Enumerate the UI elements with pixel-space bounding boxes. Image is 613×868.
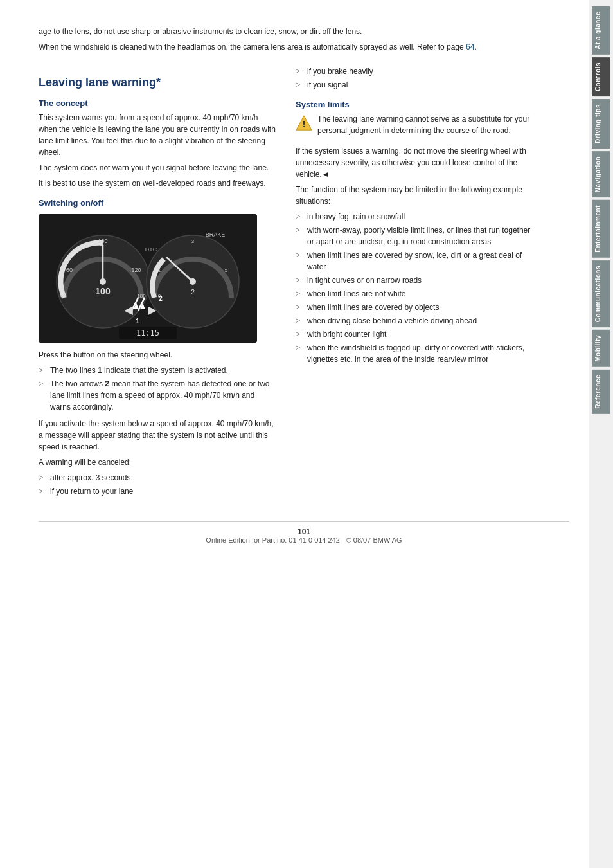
- cancel-intro: A warning will be canceled:: [39, 457, 276, 468]
- limit-bullet-objects: when limit lines are covered by objects: [296, 302, 533, 313]
- concept-p3: It is best to use the system on well-dev…: [39, 177, 276, 189]
- sidebar-tab-communications[interactable]: Communications: [592, 260, 610, 327]
- bold-1: 1: [98, 366, 102, 375]
- svg-point-3: [100, 278, 106, 285]
- limit-bullet-fog: in heavy fog, rain or snowfall: [296, 211, 533, 222]
- function-limited-intro: The function of the system may be limite…: [296, 184, 533, 207]
- limit-bullet-curves: in tight curves or on narrow roads: [296, 275, 533, 286]
- gauge-svg: 60 100 120 180 40 100: [39, 214, 257, 343]
- svg-text:◀: ◀: [124, 303, 133, 316]
- svg-text:1: 1: [136, 318, 139, 325]
- warning-triangle-icon: !: [296, 114, 312, 131]
- bullet-lines-1: The two lines 1 indicate that the system…: [39, 365, 276, 376]
- sidebar-tab-driving-tips[interactable]: Driving tips: [592, 99, 610, 149]
- warning-p2: If the system issues a warning, do not m…: [296, 145, 533, 180]
- limit-bullet-worn: with worn-away, poorly visible limit lin…: [296, 224, 533, 248]
- cancel-bullet-2: if you return to your lane: [39, 485, 276, 497]
- concept-p1: This system warns you from a speed of ap…: [39, 112, 276, 158]
- left-column: Leaving lane warning* The concept This s…: [39, 63, 276, 502]
- warning-box: ! The leaving lane warning cannot serve …: [296, 113, 533, 140]
- intro-p2: When the windshield is cleaned with the …: [39, 41, 569, 53]
- section-leaving-title: Leaving lane warning*: [39, 76, 276, 89]
- limit-bullet-fogged: when the windshield is fogged up, dirty …: [296, 342, 533, 365]
- speed-message-text: If you activate the system below a speed…: [39, 418, 276, 453]
- gauge-cluster-image: 60 100 120 180 40 100: [39, 214, 257, 343]
- page-number: 101: [39, 527, 569, 536]
- svg-text:2: 2: [159, 295, 163, 302]
- svg-point-12: [190, 278, 196, 285]
- page-link[interactable]: 64: [466, 42, 474, 51]
- svg-text:60: 60: [66, 267, 73, 273]
- bullet-arrows-2: The two arrows 2 mean that the system ha…: [39, 378, 276, 413]
- svg-text:2: 2: [191, 288, 195, 296]
- svg-text:11:15: 11:15: [136, 329, 159, 338]
- sidebar-tab-reference[interactable]: Reference: [592, 370, 610, 414]
- svg-text:100: 100: [98, 238, 107, 244]
- warning-text: The leaving lane warning cannot serve as…: [317, 113, 533, 140]
- sidebar-tab-entertainment[interactable]: Entertainment: [592, 200, 610, 258]
- top-bullets: if you brake heavily if you signal: [296, 66, 533, 91]
- switching-bullets: The two lines 1 indicate that the system…: [39, 365, 276, 413]
- sidebar-tab-mobility[interactable]: Mobility: [592, 330, 610, 367]
- limits-bullets: in heavy fog, rain or snowfall with worn…: [296, 211, 533, 365]
- bold-2: 2: [105, 379, 109, 388]
- limit-bullet-close-behind: when driving close behind a vehicle driv…: [296, 315, 533, 327]
- bullet-brake-heavily: if you brake heavily: [296, 66, 533, 77]
- intro-p1: age to the lens, do not use sharp or abr…: [39, 26, 569, 37]
- cancel-bullet-1: after approx. 3 seconds: [39, 472, 276, 484]
- sidebar-tab-at-a-glance[interactable]: At a glance: [592, 6, 610, 55]
- bullet-signal: if you signal: [296, 79, 533, 91]
- limit-bullet-snow: when limit lines are covered by snow, ic…: [296, 249, 533, 273]
- svg-text:100: 100: [95, 286, 111, 296]
- sidebar-tab-navigation[interactable]: Navigation: [592, 151, 610, 197]
- main-content: age to the lens, do not use sharp or abr…: [0, 0, 589, 868]
- svg-text:▶: ▶: [148, 303, 157, 316]
- svg-text:DTC: DTC: [145, 246, 157, 253]
- svg-text:120: 120: [131, 267, 141, 273]
- intro-section: age to the lens, do not use sharp or abr…: [39, 26, 569, 53]
- concept-title: The concept: [39, 98, 276, 108]
- warning-p1: The leaving lane warning cannot serve as…: [317, 113, 533, 136]
- footer-text: Online Edition for Part no. 01 41 0 014 …: [39, 536, 569, 544]
- press-button-text: Press the button on the steering wheel.: [39, 349, 276, 361]
- sidebar: At a glance Controls Driving tips Naviga…: [589, 0, 613, 868]
- svg-text:5: 5: [225, 267, 228, 273]
- svg-text:3: 3: [191, 239, 195, 244]
- page-footer: 101 Online Edition for Part no. 01 41 0 …: [39, 521, 569, 544]
- svg-text:40: 40: [60, 293, 66, 299]
- concept-p2: The system does not warn you if you sign…: [39, 162, 276, 174]
- limit-bullet-not-white: when limit lines are not white: [296, 288, 533, 300]
- limit-bullet-counter-light: with bright counter light: [296, 329, 533, 340]
- page-container: age to the lens, do not use sharp or abr…: [0, 0, 613, 868]
- svg-text:!: !: [303, 119, 306, 129]
- svg-text:1: 1: [158, 267, 161, 273]
- cancel-bullets: after approx. 3 seconds if you return to…: [39, 472, 276, 497]
- system-limits-title: System limits: [296, 100, 533, 109]
- sidebar-tab-controls[interactable]: Controls: [592, 57, 610, 96]
- svg-text:BRAKE: BRAKE: [206, 231, 226, 238]
- switching-title: Switching on/off: [39, 198, 276, 208]
- right-column: if you brake heavily if you signal Syste…: [296, 63, 533, 502]
- two-column-layout: Leaving lane warning* The concept This s…: [39, 63, 569, 502]
